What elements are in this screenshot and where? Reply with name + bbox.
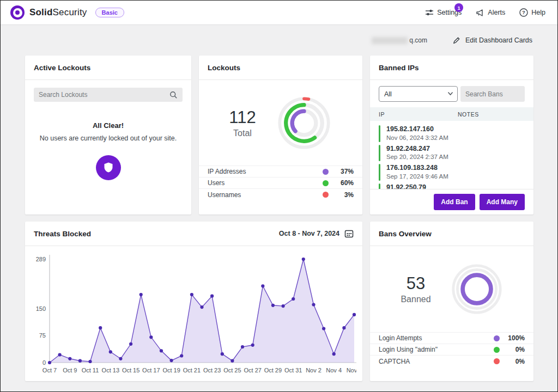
lockouts-legend: IP Addresses37%Users60%Usernames3%: [199, 166, 362, 200]
svg-text:Oct 13: Oct 13: [102, 367, 119, 373]
edit-dashboard-cards-button[interactable]: Edit Dashboard Cards: [452, 36, 532, 45]
banned-ip-date: Sep 17, 2024 9:46 AM: [386, 173, 448, 181]
date-range-label: Oct 8 - Nov 7, 2024: [279, 230, 339, 237]
solid-security-logo-icon: [10, 5, 25, 20]
add-many-button[interactable]: Add Many: [480, 194, 525, 210]
svg-text:Oct 19: Oct 19: [162, 367, 180, 373]
all-clear-title: All Clear!: [34, 121, 183, 130]
active-lockouts-title: Active Lockouts: [34, 64, 90, 72]
legend-label: Usernames: [208, 191, 323, 199]
dashboard-grid: Active Lockouts All Clear! No users are …: [25, 56, 532, 381]
banned-ips-table-header: IP NOTES: [370, 107, 533, 121]
brand-name: SolidSecurity: [29, 7, 87, 18]
bans-overview-card: Bans Overview 53 Banned Login Attempts10…: [370, 222, 533, 381]
ban-accent-bar: [379, 183, 380, 189]
legend-row: Users60%: [199, 177, 362, 189]
search-icon[interactable]: [169, 91, 178, 99]
svg-text:Oct 17: Oct 17: [142, 367, 160, 373]
banned-ip-row: 195.82.147.160Nov 06, 2024 3:32 AM: [379, 125, 533, 142]
legend-row: Login Using "admin"0%: [370, 344, 533, 356]
svg-text:Oct 9: Oct 9: [63, 367, 77, 373]
settings-nav-item[interactable]: Settings 1: [425, 8, 462, 17]
lockouts-search-input[interactable]: [39, 91, 169, 99]
lockouts-search-bar: [34, 88, 183, 102]
legend-row: Usernames3%: [199, 189, 362, 200]
edit-dashboard-cards-label: Edit Dashboard Cards: [465, 36, 532, 44]
legend-dot-icon: [494, 358, 500, 364]
all-clear-message: No users are currently locked out of you…: [34, 134, 183, 142]
banned-ip-address: 91.92.250.79: [386, 183, 426, 189]
svg-text:Nov 2: Nov 2: [306, 367, 322, 373]
banned-ip-row: 176.109.183.248Sep 17, 2024 9:46 AM: [379, 164, 533, 181]
bans-overview-stat-body: 53 Banned: [370, 246, 533, 332]
add-ban-button[interactable]: Add Ban: [434, 194, 475, 210]
svg-text:Oct 25: Oct 25: [223, 367, 241, 373]
banned-ips-title: Banned IPs: [379, 64, 419, 72]
alerts-count-badge: 1: [454, 3, 463, 12]
banned-ips-footer: Add Ban Add Many: [370, 189, 533, 215]
banned-ips-card: Banned IPs All IP: [370, 56, 533, 215]
active-lockouts-card: Active Lockouts All Clear! No users are …: [25, 56, 191, 215]
alerts-megaphone-icon: [476, 9, 484, 17]
ban-accent-bar: [379, 164, 380, 181]
banned-ip-row: 91.92.250.79: [379, 183, 533, 189]
brand-name-regular: Security: [53, 7, 87, 17]
svg-text:Oct 27: Oct 27: [244, 367, 261, 373]
ban-accent-bar: [379, 125, 380, 142]
column-header-notes: NOTES: [458, 111, 479, 118]
ban-filter-select[interactable]: All: [379, 86, 458, 102]
alerts-label: Alerts: [488, 9, 505, 16]
banned-ips-list: 195.82.147.160Nov 06, 2024 3:32 AM91.92.…: [370, 121, 533, 189]
lockouts-card: Lockouts 112 Total IP Addresses37%Users6…: [199, 56, 362, 215]
banned-ip-address: 176.109.183.248: [386, 164, 448, 173]
lockouts-title: Lockouts: [208, 64, 240, 72]
bans-search-bar: [460, 86, 525, 102]
bans-total-label: Banned: [401, 295, 430, 304]
svg-text:Oct 31: Oct 31: [284, 367, 302, 373]
brand: SolidSecurity Basic: [10, 5, 124, 20]
svg-text:75: 75: [39, 332, 46, 339]
svg-text:Oct 21: Oct 21: [183, 367, 201, 373]
legend-dot-icon: [323, 180, 329, 186]
banned-ip-row: 91.92.248.247Sep 20, 2024 2:37 AM: [379, 145, 533, 162]
pencil-icon: [452, 36, 460, 45]
lockouts-stat-body: 112 Total: [199, 80, 362, 166]
plan-badge: Basic: [95, 8, 124, 17]
banned-ip-address: 195.82.147.160: [386, 125, 448, 134]
legend-dot-icon: [323, 169, 329, 175]
shield-badge-icon: [96, 155, 121, 180]
legend-dot-icon: [323, 192, 329, 198]
bans-search-input[interactable]: [465, 90, 533, 98]
redacted-domain-blur: [372, 37, 408, 44]
legend-dot-icon: [494, 335, 500, 341]
bans-total-value: 53: [401, 274, 430, 293]
calendar-icon: [344, 229, 354, 238]
threats-blocked-card: Threats Blocked Oct 8 - Nov 7, 2024 0751…: [25, 222, 362, 381]
legend-row: IP Addresses37%: [199, 166, 362, 177]
svg-text:Oct 29: Oct 29: [264, 367, 282, 373]
ban-filter-select-wrap: All: [379, 86, 458, 102]
legend-percent: 0%: [505, 358, 525, 365]
ban-accent-bar: [379, 145, 380, 162]
legend-dot-icon: [494, 347, 500, 353]
date-range-picker[interactable]: Oct 8 - Nov 7, 2024: [279, 229, 354, 238]
svg-text:0: 0: [43, 359, 46, 366]
help-nav-item[interactable]: ? Help: [519, 8, 545, 17]
svg-text:150: 150: [36, 305, 46, 312]
svg-text:Oct 11: Oct 11: [82, 367, 99, 373]
svg-text:Oct 23: Oct 23: [203, 367, 221, 373]
threats-blocked-area-chart: 075150289Oct 7Oct 9Oct 11Oct 13Oct 15Oct…: [29, 250, 356, 380]
svg-text:Nov 6: Nov 6: [347, 367, 356, 373]
topnav: Settings 1 Alerts ? Help: [425, 8, 545, 17]
legend-percent: 100%: [505, 334, 525, 342]
svg-text:Oct 15: Oct 15: [122, 367, 140, 373]
banned-ip-date: Sep 20, 2024 2:37 AM: [386, 153, 448, 161]
topbar: SolidSecurity Basic Settings 1 Alerts ?: [1, 1, 557, 25]
alerts-nav-item[interactable]: Alerts: [476, 9, 505, 17]
lockouts-donut-chart: [276, 95, 332, 151]
svg-text:289: 289: [36, 256, 46, 262]
svg-text:?: ?: [522, 9, 525, 15]
bans-overview-legend: Login Attempts100%Login Using "admin"0%C…: [370, 332, 533, 367]
legend-row: CAPTCHA0%: [370, 356, 533, 367]
legend-percent: 37%: [334, 168, 354, 175]
